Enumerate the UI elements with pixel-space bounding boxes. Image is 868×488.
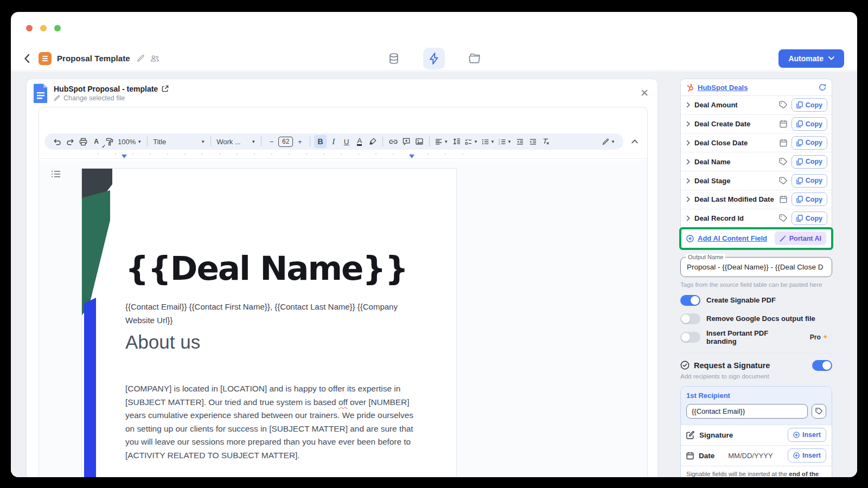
decrease-font-size-button[interactable]: − (265, 135, 278, 148)
source-link[interactable]: HubSpot Deals (698, 84, 748, 92)
copy-button[interactable]: Copy (792, 98, 827, 112)
field-label: Deal Last Modified Date (694, 195, 774, 203)
copy-button[interactable]: Copy (792, 174, 827, 188)
underline-button[interactable]: U (340, 135, 353, 148)
font-select[interactable]: Work ...▼ (215, 135, 257, 148)
expand-chevron-icon[interactable] (686, 121, 690, 127)
source-data-tab[interactable] (383, 48, 405, 69)
output-name-input[interactable] (687, 263, 826, 271)
expand-chevron-icon[interactable] (686, 102, 690, 108)
insert-tag-button[interactable] (812, 404, 826, 419)
copy-button[interactable]: Copy (792, 155, 827, 169)
change-selected-file[interactable]: Change selected file (54, 94, 169, 102)
portant-ai-badge[interactable]: Portant AI (775, 232, 826, 245)
ruler-number (81, 150, 99, 159)
document-page[interactable]: {{Deal Name}} {{Contact Email}} {{Contac… (81, 168, 457, 477)
minimize-window-button[interactable] (40, 25, 47, 31)
checklist-button[interactable]: ▼ (463, 135, 480, 148)
copy-icon (796, 101, 803, 108)
insert-date-button[interactable]: Insert (788, 448, 826, 463)
text-color-button[interactable]: A (357, 137, 362, 146)
recipient-email-input[interactable] (686, 404, 808, 419)
close-window-button[interactable] (26, 25, 33, 31)
line-spacing-button[interactable] (450, 135, 463, 148)
folder-icon (468, 53, 481, 63)
refresh-icon[interactable] (819, 84, 826, 91)
pro-badge: Pro ✦ (806, 331, 832, 343)
hubspot-icon (686, 84, 694, 92)
expand-chevron-icon[interactable] (686, 140, 690, 146)
insert-image-button[interactable] (413, 135, 425, 148)
google-docs-embed: A✓ 100%▼ Title▼ Work ...▼ − 62 + B I (39, 107, 648, 477)
ruler-number (39, 383, 49, 401)
spellcheck-button[interactable]: A✓ (90, 135, 103, 148)
copy-button[interactable]: Copy (792, 117, 827, 131)
undo-button[interactable] (51, 135, 63, 148)
field-row: Deal Record Id Copy (681, 209, 832, 228)
document-outline-icon[interactable] (51, 170, 61, 178)
align-button[interactable]: ▼ (433, 135, 450, 148)
increase-font-size-button[interactable]: + (293, 135, 306, 148)
bold-button[interactable]: B (314, 135, 327, 148)
magic-wand-icon (780, 235, 787, 242)
increase-indent-button[interactable] (527, 135, 539, 148)
open-external-icon[interactable] (162, 85, 169, 92)
maximize-window-button[interactable] (54, 25, 61, 31)
zoom-select[interactable]: 100%▼ (116, 135, 143, 148)
numbered-list-button[interactable]: 123▼ (497, 135, 513, 148)
field-label: Deal Close Date (694, 139, 748, 147)
toggle-switch[interactable] (680, 332, 700, 343)
google-docs-file-icon (33, 84, 48, 103)
copy-button[interactable]: Copy (792, 192, 827, 206)
toggle-switch[interactable] (680, 295, 700, 306)
field-row: Deal Close Date Copy (681, 134, 832, 153)
highlight-color-button[interactable] (366, 135, 379, 148)
field-row: Deal Stage Copy (681, 171, 832, 190)
rename-pencil-icon[interactable] (137, 54, 145, 62)
expand-chevron-icon[interactable] (686, 159, 690, 165)
automate-button[interactable]: Automate (778, 49, 844, 68)
right-indent-marker[interactable] (409, 155, 414, 158)
add-ai-content-field-link[interactable]: Add AI Content Field (698, 234, 767, 242)
ruler-number (39, 401, 49, 419)
decrease-indent-button[interactable] (514, 135, 526, 148)
share-users-icon[interactable] (150, 54, 159, 62)
signature-field-row: Signature Insert (681, 425, 832, 445)
toggle-switch[interactable] (680, 313, 700, 324)
doc-contact-line: {{Contact Email}} {{Contact First Name}}… (125, 300, 407, 327)
vertical-ruler[interactable] (39, 168, 49, 472)
date-calendar-icon (686, 452, 694, 460)
ruler-number (186, 150, 203, 159)
font-size-input[interactable]: 62 (278, 137, 293, 147)
ruler-number (203, 150, 220, 159)
left-indent-marker[interactable] (122, 155, 127, 158)
window-controls (26, 25, 61, 31)
bulleted-list-button[interactable]: ▼ (480, 135, 496, 148)
expand-chevron-icon[interactable] (686, 215, 690, 221)
editing-mode-button[interactable]: ▼ (601, 135, 617, 148)
close-document-icon[interactable]: ✕ (640, 88, 649, 98)
ruler-number (39, 347, 49, 365)
ruler-number (39, 275, 49, 293)
paragraph-style-select[interactable]: Title▼ (151, 135, 207, 148)
automation-tab[interactable] (423, 48, 445, 69)
horizontal-ruler[interactable] (39, 150, 647, 159)
insert-link-button[interactable] (387, 135, 399, 148)
print-button[interactable] (77, 135, 90, 148)
ruler-number (290, 150, 307, 159)
redo-button[interactable] (64, 135, 76, 148)
insert-signature-button[interactable]: Insert (788, 428, 826, 442)
outputs-tab[interactable] (463, 48, 485, 69)
copy-button[interactable]: Copy (792, 136, 827, 150)
italic-button[interactable]: I (327, 135, 340, 148)
request-signature-toggle[interactable] (812, 360, 832, 371)
output-name-field[interactable]: Output Name (680, 257, 832, 277)
automation-sidebar: HubSpot Deals Deal Amount Copy (680, 79, 832, 477)
hide-menus-button[interactable] (628, 134, 642, 149)
expand-chevron-icon[interactable] (686, 196, 690, 202)
copy-button[interactable]: Copy (792, 211, 827, 225)
clear-formatting-button[interactable] (540, 135, 552, 148)
add-comment-button[interactable] (400, 135, 412, 148)
expand-chevron-icon[interactable] (686, 178, 690, 184)
back-button[interactable] (24, 54, 30, 63)
